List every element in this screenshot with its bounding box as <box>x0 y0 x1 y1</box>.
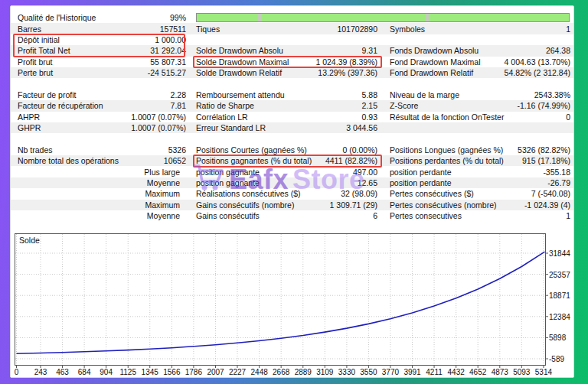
stat-cell: Fonds Drawdown Absolu264.38 <box>385 45 573 56</box>
stat-cell: GHPR1.0007 (0.07%) <box>11 122 192 133</box>
stat-value: 0.93 <box>362 112 385 122</box>
stats-row: Plus largeposition gagnante497.00positio… <box>11 166 573 177</box>
stat-label: Pertes consecutives <box>385 211 566 220</box>
stat-cell: Pertes consécutives ($)7 (-540.08) <box>385 188 573 199</box>
stats-row: MaximumRéalisations consécutives ($)32 (… <box>11 188 573 199</box>
stat-label: Réalisations consécutives ($) <box>192 189 341 198</box>
stat-value: 2.15 <box>362 101 385 110</box>
stat-cell: Erreur Standard LR3 044.56 <box>192 122 385 133</box>
stat-value: 1 309.71 (29) <box>330 200 385 210</box>
stat-cell: Tiques101702890 <box>192 23 385 34</box>
stat-cell: Facteur de récupération7.81 <box>11 100 192 111</box>
stat-label: Fonds Drawdown Absolu <box>385 46 546 55</box>
spacer-row <box>11 78 573 89</box>
stat-label: Ratio de Sharpe <box>192 101 362 110</box>
stat-label: Nb trades <box>11 145 168 155</box>
stat-label: AHPR <box>11 112 131 122</box>
stat-label: Symboles <box>385 24 566 34</box>
balance-chart: Solde 0243463684904112513451566178620072… <box>11 233 573 377</box>
stats-row: Profit brut55 807.31Solde Drawdown Maxim… <box>11 57 573 67</box>
stat-value: 5.88 <box>362 90 385 99</box>
stats-row: AHPR1.0007 (0.07%)Corrélation LR0.93Résu… <box>11 112 573 122</box>
stat-value: 157511 <box>160 24 192 34</box>
stat-value: 4 004.63 (13.70%) <box>505 57 573 67</box>
chart-title: Solde <box>19 236 40 245</box>
stat-value: 10652 <box>164 156 192 165</box>
stat-label: Positions perdantes (% du total) <box>385 156 522 165</box>
stat-cell <box>385 34 573 45</box>
stat-label: Remboursement attendu <box>192 90 362 99</box>
y-tick-label: 25357 <box>549 271 570 279</box>
stat-value: 31 292.04 <box>150 46 192 55</box>
history-quality-bar <box>192 12 573 23</box>
stat-value: Moyenne <box>11 178 192 187</box>
stats-row: Facteur de récupération7.81Ratio de Shar… <box>11 100 573 111</box>
stat-value: 1 <box>566 24 573 34</box>
stat-value: 1 024.39 (8.39%) <box>315 57 385 67</box>
stat-value: 5326 (82.82%) <box>518 145 573 155</box>
stat-cell: Barres157511 <box>11 23 192 34</box>
stat-cell: Nombre total des opérations10652 <box>11 155 192 166</box>
stat-value: 1.0007 (0.07%) <box>131 123 192 132</box>
x-tick-label: 5314 <box>528 368 559 376</box>
y-tick-label: 31844 <box>549 249 570 258</box>
stat-value: 0 (0.00%) <box>342 145 385 155</box>
stat-value: 7.81 <box>171 101 192 110</box>
stat-label: Gains consécutifs (nombre) <box>192 200 330 210</box>
stat-value: 54.82% (2 312.84) <box>505 68 573 77</box>
stat-value: 55 807.31 <box>150 57 192 67</box>
stat-cell: Profit Total Net31 292.04 <box>11 45 192 56</box>
stat-cell <box>192 34 385 45</box>
stat-value: 7 (-540.08) <box>531 189 573 198</box>
stat-cell: Positions Courtes (gagnées %)0 (0.00%) <box>192 145 385 155</box>
stat-label: Gains consécutifs <box>192 211 373 220</box>
stat-cell: position gagnante497.00 <box>192 166 385 177</box>
stat-cell: Plus large <box>11 166 192 177</box>
stat-cell: Moyenne <box>11 177 192 188</box>
stats-row: MoyenneGains consécutifs6Pertes consecut… <box>11 210 573 221</box>
stat-label: Z-Score <box>385 101 518 110</box>
stat-value: 101702890 <box>337 24 385 34</box>
balance-curve-plot <box>15 233 550 373</box>
stat-label: position gagnante <box>192 178 358 187</box>
stat-value: 264.38 <box>546 46 573 55</box>
stats-row: Nombre total des opérations10652Position… <box>11 155 573 166</box>
stat-value: 32 (98.09) <box>341 189 385 198</box>
stat-cell: Symboles1 <box>385 23 573 34</box>
stat-value: 497.00 <box>353 168 385 177</box>
stats-row: Dépôt initial1 000.00 <box>11 34 573 45</box>
stat-cell <box>385 122 573 133</box>
stat-label: Corrélation LR <box>192 112 362 122</box>
stat-cell: Fond Drawdown Maximal4 004.63 (13.70%) <box>385 57 573 67</box>
stat-label: Pertes consécutives ($) <box>385 189 531 198</box>
stat-label: Barres <box>11 24 160 34</box>
stat-label: Solde Drawdown Relatif <box>192 68 318 77</box>
spacer-row <box>11 221 573 232</box>
bar-divider <box>258 14 261 21</box>
stat-label: position gagnante <box>192 168 353 177</box>
stats-row: Qualité de l'Historique99% <box>11 12 573 23</box>
stat-label: Solde Drawdown Absolu <box>192 46 362 55</box>
stat-cell: Fond Drawdown Relatif54.82% (2 312.84) <box>385 67 573 78</box>
stat-label: Fond Drawdown Maximal <box>385 57 505 67</box>
stat-value: 0 <box>566 112 573 122</box>
stat-cell: Maximum <box>11 200 192 210</box>
stat-value: -1.16 (74.99%) <box>518 101 573 110</box>
stat-value: 2.28 <box>171 90 192 99</box>
stat-value: 915 (17.18%) <box>522 156 573 165</box>
stat-value: -1 024.39 (4) <box>524 200 573 210</box>
y-tick-label: -589 <box>549 355 564 363</box>
stat-value: 9.31 <box>362 46 385 55</box>
stat-cell: Solde Drawdown Relatif13.29% (397.36) <box>192 67 385 78</box>
stat-value: 1 000.00 <box>155 35 192 44</box>
stat-cell: Z-Score-1.16 (74.99%) <box>385 100 573 111</box>
tester-report-screenshot: { "colors": { "highlight_red": "#e8423c"… <box>0 0 588 384</box>
stat-value: -355.18 <box>543 168 573 177</box>
stat-value: 4411 (82.82%) <box>325 156 385 165</box>
y-tick-label: 12384 <box>549 313 570 321</box>
stat-value: 1 <box>566 211 573 220</box>
stat-value: -24 515.27 <box>148 68 192 77</box>
stat-cell: Corrélation LR0.93 <box>192 112 385 122</box>
stat-value: 13.29% (397.36) <box>318 68 385 77</box>
stats-row: MaximumGains consécutifs (nombre)1 309.7… <box>11 200 573 210</box>
